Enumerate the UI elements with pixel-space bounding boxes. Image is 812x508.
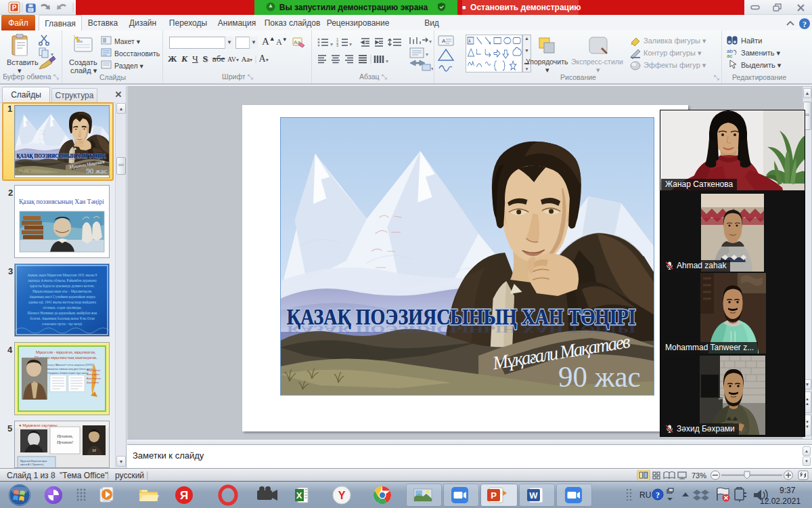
svg-text:73%: 73% — [692, 471, 706, 480]
svg-text:3: 3 — [336, 43, 338, 47]
svg-text:▾: ▾ — [429, 39, 432, 45]
svg-text:X: X — [296, 490, 302, 501]
svg-text:аттанып, содан оралмады.: аттанып, содан оралмады. — [43, 305, 82, 310]
svg-text:Мұқағали Мақатаев орыс: Мұқағали Мақатаев орыс — [20, 460, 47, 463]
svg-text:Жыр жазған: Жыр жазған — [87, 369, 100, 372]
svg-text:Мұқағали - мұқалған, мұқалмаға: Мұқағали - мұқалған, мұқалмаған, — [36, 350, 96, 354]
svg-text:болған. Ақынның балалық шағы Ұ: болған. Ақынның балалық шағы Ұлы Отан — [30, 316, 95, 320]
svg-text:Жазмыштан озмыш жоқ деп білсе: Жазмыштан озмыш жоқ деп білсе дағы — [43, 367, 92, 371]
svg-text:9:37: 9:37 — [780, 486, 796, 495]
svg-text:?: ? — [803, 20, 807, 29]
svg-text:RU: RU — [639, 490, 651, 500]
svg-text:Я: Я — [180, 489, 188, 502]
svg-text:▾: ▾ — [349, 41, 352, 47]
svg-text:А: А — [442, 38, 446, 44]
svg-text:Ақынның «Аманат» атты жырына (: Ақынның «Аманат» атты жырына (1972) — [43, 363, 94, 366]
svg-text:Қазақ поэзиясының Хан Тәңірі: Қазақ поэзиясының Хан Тәңірі — [19, 198, 104, 205]
svg-text:қарасты Қарасаз ауылында дүние: қарасты Қарасаз ауылында дүниеге келген. — [30, 284, 94, 288]
svg-text:▾: ▾ — [386, 58, 388, 64]
svg-text:Пушкин!: Пушкин! — [56, 440, 73, 444]
svg-text:▾: ▾ — [431, 66, 433, 72]
svg-text:Өлең өрген: Өлең өрген — [87, 373, 99, 376]
svg-text:?: ? — [656, 490, 660, 500]
svg-text:ас: ас — [727, 53, 732, 58]
svg-text:P: P — [12, 4, 17, 12]
svg-text:М: М — [91, 448, 97, 453]
svg-text:адамы еді. 1941 жылы желтоқсан: адамы еді. 1941 жылы желтоқсанда майданғ… — [28, 300, 97, 304]
svg-text:ақпанда Алматы облысы, Райымбе: ақпанда Алматы облысы, Райымбек ауданына — [28, 278, 97, 282]
svg-text:Ақын болған: Ақын болған — [87, 377, 101, 380]
svg-text:Ақиық ақын Мұқағали Мақатаев 1: Ақиық ақын Мұқағали Мақатаев 1931 жылы 9 — [28, 273, 97, 277]
svg-text:ақыны А.С.Пушкиннің: ақыны А.С.Пушкиннің — [20, 463, 43, 466]
svg-text:Дара туған: Дара туған — [87, 381, 99, 384]
svg-text:12.02.2021: 12.02.2021 — [760, 496, 800, 506]
svg-text:Мұқағалидың шын аты – Мұхаметқ: Мұқағалидың шын аты – Мұхаметқали. — [32, 289, 92, 293]
svg-text:P: P — [491, 490, 497, 501]
svg-text:Пушкин,: Пушкин, — [56, 433, 73, 438]
svg-text:соғысына тұспа - тұс келді.: соғысына тұспа - тұс келді. — [42, 322, 83, 326]
svg-text:▾: ▾ — [330, 41, 333, 47]
svg-text:Ақынның әкесі Сүлеймен қарапай: Ақынның әкесі Сүлеймен қарапайым шаруа — [29, 295, 95, 299]
svg-text:Оқырман білмек керек бұл шағы: Оқырман білмек керек бұл шағы — [47, 371, 89, 375]
svg-text:Шешесі Нағиман да қарапайым, м: Шешесі Нағиман да қарапайым, мейірбан жа… — [28, 311, 97, 315]
svg-text:W: W — [529, 490, 538, 501]
svg-text:▾: ▾ — [426, 51, 428, 58]
svg-text:Y: Y — [338, 490, 346, 501]
